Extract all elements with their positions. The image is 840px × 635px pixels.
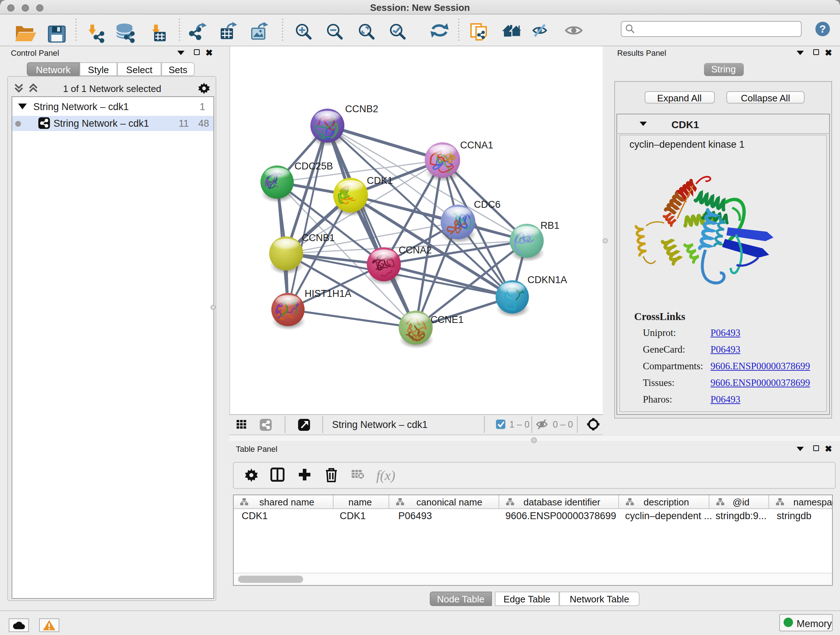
svg-text:namespac: namespac: [793, 496, 832, 507]
svg-text:String Network – cdk1: String Network – cdk1: [332, 419, 427, 430]
svg-text:0 – 0: 0 – 0: [553, 419, 573, 429]
svg-text:canonical name: canonical name: [416, 496, 482, 507]
svg-text:name: name: [348, 496, 371, 507]
svg-text:HIST1H1A: HIST1H1A: [304, 288, 351, 299]
svg-text:database identifier: database identifier: [523, 496, 600, 507]
svg-text:@id: @id: [732, 496, 749, 507]
svg-text:CCNA1: CCNA1: [460, 140, 493, 150]
svg-text:RB1: RB1: [540, 220, 559, 231]
svg-text:CDC25B: CDC25B: [294, 161, 333, 172]
svg-text:1 – 0: 1 – 0: [509, 419, 529, 429]
svg-text:f(x): f(x): [376, 468, 395, 483]
svg-text:description: description: [643, 496, 689, 507]
svg-text:CDK1: CDK1: [366, 175, 393, 186]
svg-text:CCNA2: CCNA2: [398, 245, 431, 256]
svg-text:shared name: shared name: [259, 496, 314, 507]
svg-text:CDC6: CDC6: [474, 199, 500, 210]
svg-text:CDKN1A: CDKN1A: [527, 274, 567, 285]
svg-text:CCNE1: CCNE1: [430, 314, 463, 325]
svg-text:CCNB2: CCNB2: [345, 103, 378, 114]
svg-text:CCNB1: CCNB1: [302, 233, 335, 243]
